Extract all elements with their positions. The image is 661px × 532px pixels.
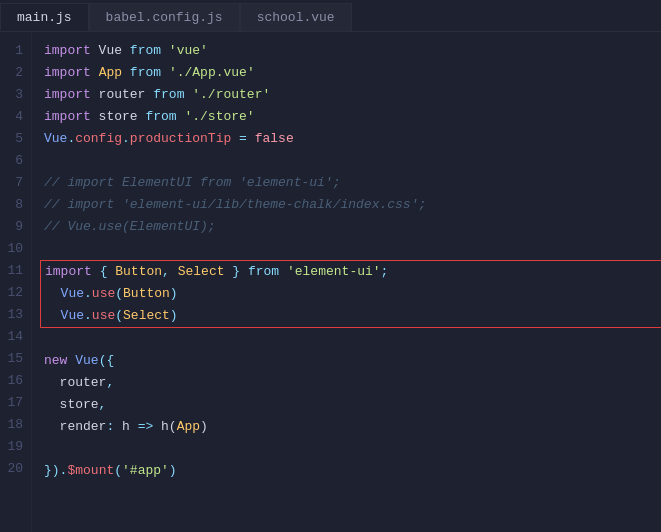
token: from <box>130 62 161 84</box>
line-number-7: 7 <box>0 172 31 194</box>
token: import <box>44 40 91 62</box>
code-line-20: }).$mount('#app') <box>44 460 661 482</box>
token: : <box>106 416 114 438</box>
token: ({ <box>99 350 115 372</box>
code-line-14 <box>44 328 661 350</box>
line-number-12: 12 <box>0 282 31 304</box>
token: Button <box>123 283 170 305</box>
line-number-15: 15 <box>0 348 31 370</box>
token: , <box>106 372 114 394</box>
code-line-1: import Vue from 'vue' <box>44 40 661 62</box>
line-number-3: 3 <box>0 84 31 106</box>
token: ) <box>169 460 177 482</box>
token: ) <box>170 283 178 305</box>
token: Select <box>178 261 225 283</box>
token: 'element-ui' <box>287 261 381 283</box>
code-line-4: import store from './store' <box>44 106 661 128</box>
token: . <box>84 283 92 305</box>
token: . <box>84 305 92 327</box>
line-numbers: 1234567891011121314151617181920 <box>0 32 32 532</box>
line-number-18: 18 <box>0 414 31 436</box>
token: , <box>162 261 170 283</box>
line-number-1: 1 <box>0 40 31 62</box>
token: ( <box>114 460 122 482</box>
code-line-8: // import 'element-ui/lib/theme-chalk/in… <box>44 194 661 216</box>
token: Vue <box>44 128 67 150</box>
tab-school-vue[interactable]: school.vue <box>240 3 352 31</box>
line-number-11: 11 <box>0 260 31 282</box>
code-line-9: // Vue.use(ElementUI); <box>44 216 661 238</box>
token: ; <box>381 261 389 283</box>
token: Vue <box>61 283 84 305</box>
token: router <box>44 372 106 394</box>
token: false <box>255 128 294 150</box>
token: store <box>91 106 146 128</box>
token: router <box>91 84 153 106</box>
code-line-3: import router from './router' <box>44 84 661 106</box>
token: render <box>44 416 106 438</box>
token: new <box>44 350 67 372</box>
token: use <box>92 283 115 305</box>
token: { <box>100 261 108 283</box>
code-line-6 <box>44 150 661 172</box>
token: = <box>239 128 247 150</box>
token: import <box>45 261 92 283</box>
token: } <box>232 261 240 283</box>
token: ) <box>170 305 178 327</box>
code-line-13: Vue.use(Select) <box>45 305 660 327</box>
token: $mount <box>67 460 114 482</box>
token: './App.vue' <box>169 62 255 84</box>
token: Vue <box>91 40 130 62</box>
token <box>92 261 100 283</box>
token: App <box>177 416 200 438</box>
token: '#app' <box>122 460 169 482</box>
token: import <box>44 62 91 84</box>
editor: 1234567891011121314151617181920 import V… <box>0 32 661 532</box>
code-line-2: import App from './App.vue' <box>44 62 661 84</box>
token: => <box>138 416 154 438</box>
line-number-13: 13 <box>0 304 31 326</box>
token: from <box>130 40 161 62</box>
token: ( <box>115 305 123 327</box>
line-number-17: 17 <box>0 392 31 414</box>
token: store <box>44 394 99 416</box>
line-number-10: 10 <box>0 238 31 260</box>
token <box>279 261 287 283</box>
line-number-5: 5 <box>0 128 31 150</box>
token: Vue <box>61 305 84 327</box>
token: import <box>44 106 91 128</box>
token: config <box>75 128 122 150</box>
code-line-19 <box>44 438 661 460</box>
line-number-8: 8 <box>0 194 31 216</box>
token <box>247 128 255 150</box>
token <box>45 305 61 327</box>
token <box>45 283 61 305</box>
token <box>107 261 115 283</box>
line-number-16: 16 <box>0 370 31 392</box>
token: App <box>99 62 122 84</box>
token <box>177 106 185 128</box>
token <box>184 84 192 106</box>
token: ( <box>115 283 123 305</box>
line-number-4: 4 <box>0 106 31 128</box>
token: import <box>44 84 91 106</box>
token: './router' <box>192 84 270 106</box>
line-number-19: 19 <box>0 436 31 458</box>
token: './store' <box>184 106 254 128</box>
token <box>231 128 239 150</box>
token <box>161 40 169 62</box>
token <box>91 62 99 84</box>
token <box>122 62 130 84</box>
token: . <box>67 128 75 150</box>
token <box>67 350 75 372</box>
token: h( <box>153 416 176 438</box>
code-line-12: Vue.use(Button) <box>45 283 660 305</box>
token <box>225 261 233 283</box>
token: Select <box>123 305 170 327</box>
code-line-17: store, <box>44 394 661 416</box>
tab-main-js[interactable]: main.js <box>0 3 89 31</box>
line-number-20: 20 <box>0 458 31 480</box>
tab-babel-config-js[interactable]: babel.config.js <box>89 3 240 31</box>
code-line-15: new Vue({ <box>44 350 661 372</box>
token: }) <box>44 460 60 482</box>
